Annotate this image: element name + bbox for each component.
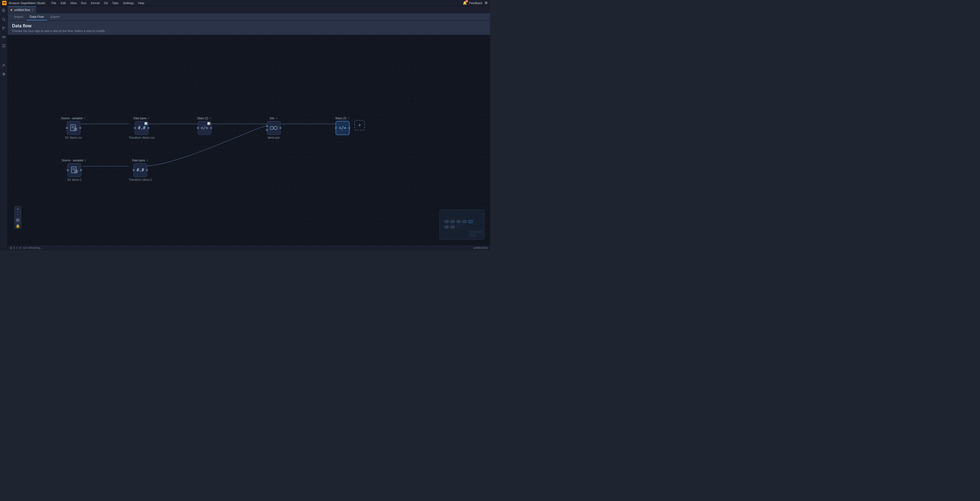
svg-rect-49	[440, 210, 485, 240]
node-join-box[interactable]	[267, 121, 280, 135]
svg-point-35	[270, 126, 274, 130]
connector-left-bot	[266, 129, 268, 131]
branch-icon: ⊞	[10, 247, 12, 250]
node-steps2-box[interactable]: 📊 </>	[198, 121, 212, 135]
svg-point-20	[3, 75, 4, 76]
status-left: ⊞ 0 1 ⚙ Git: refreshing...	[10, 247, 42, 250]
zoom-out-button[interactable]: −	[15, 212, 21, 218]
menu-kernel[interactable]: Kernel	[89, 1, 101, 5]
svg-point-7	[2, 29, 3, 30]
svg-point-19	[5, 74, 5, 75]
inner-tabs: Import Data Flow Export	[8, 13, 490, 21]
tab-close-button[interactable]: ×	[32, 8, 33, 12]
tab-data-flow[interactable]: Data Flow	[27, 13, 47, 21]
menu-run[interactable]: Run	[79, 1, 88, 5]
svg-rect-51	[450, 220, 455, 223]
svg-rect-44	[16, 219, 19, 221]
node-source2[interactable]: Source - sampled ✓ S	[62, 159, 87, 181]
node-datatypes1-check: ✓	[148, 116, 150, 120]
minimap[interactable]	[439, 210, 485, 240]
tab-filename: untitled.flow	[14, 8, 30, 11]
zoom-lock-button[interactable]: 🔒	[15, 223, 21, 228]
svg-point-6	[2, 27, 3, 28]
node-datatypes2-name: Transform: demo-2	[129, 178, 152, 181]
add-step-button[interactable]: +	[355, 120, 365, 130]
node-join[interactable]: Join ✓ demo-join	[267, 116, 280, 139]
connector-right	[348, 127, 350, 129]
sidebar-icons	[0, 6, 8, 250]
svg-point-17	[2, 74, 3, 75]
node-source1-name: S3: titanic.csv	[65, 136, 82, 139]
notification-bell[interactable]: 🔔 3	[463, 1, 467, 5]
svg-line-5	[5, 20, 5, 21]
sidebar-item-extensions[interactable]	[1, 34, 7, 40]
node-steps2-name	[204, 136, 205, 139]
node-source1-check: ✓	[83, 116, 86, 120]
connector-right	[210, 127, 212, 129]
connector-left	[197, 127, 199, 129]
sidebar-item-search[interactable]	[1, 16, 7, 22]
node-datatypes1-label: Data types ✓	[134, 116, 150, 120]
content-area: ◆ untitled.flow × Import Data Flow Expor…	[8, 6, 490, 250]
node-datatypes1-box[interactable]: 📊 #.#	[135, 121, 148, 135]
tab-export[interactable]: Export	[47, 13, 63, 21]
sidebar-item-people[interactable]	[1, 62, 7, 68]
zoom-fit-button[interactable]	[15, 218, 21, 223]
node-steps3-check: ✓	[348, 116, 350, 120]
app-title: Amazon SageMaker Studio	[9, 2, 45, 5]
settings-icon[interactable]: ⚙	[485, 1, 488, 5]
svg-point-18	[3, 73, 4, 73]
status-bar: ⊞ 0 1 ⚙ Git: refreshing... untitled.flow	[8, 245, 490, 250]
connector-right	[79, 127, 81, 129]
sidebar-item-files[interactable]	[1, 8, 7, 14]
menu-file[interactable]: File	[50, 1, 58, 5]
tab-import[interactable]: Import	[11, 13, 27, 21]
svg-point-36	[274, 126, 277, 130]
connector-right	[147, 127, 149, 129]
connector-left	[66, 127, 68, 129]
node-steps3-box[interactable]: </>	[336, 121, 350, 135]
node-source1[interactable]: Source - sampled ✓ S	[61, 116, 86, 139]
node-steps3-label: Steps (3) ✓	[335, 116, 350, 120]
sidebar-item-book[interactable]	[1, 43, 7, 49]
svg-rect-37	[72, 167, 76, 173]
node-datatypes1[interactable]: Data types ✓ 📊 #.# Transform: titanic.cs…	[129, 116, 155, 139]
menu-view[interactable]: View	[68, 1, 78, 5]
svg-rect-9	[2, 37, 3, 37]
flow-canvas[interactable]: Source - sampled ✓ S	[8, 35, 490, 245]
app-icon: SM	[2, 1, 6, 5]
menu-help[interactable]: Help	[137, 1, 146, 5]
svg-rect-52	[457, 220, 460, 223]
menu-edit[interactable]: Edit	[59, 1, 68, 5]
plus-icon: +	[358, 122, 361, 129]
chart-icon: 📊	[207, 122, 210, 125]
connector-right	[280, 127, 282, 129]
tab-untitled-flow[interactable]: ◆ untitled.flow ×	[8, 6, 37, 13]
node-datatypes2[interactable]: Data types ✓ #.# Transform: demo-2	[129, 159, 152, 181]
svg-rect-54	[469, 220, 473, 223]
svg-rect-55	[445, 226, 449, 228]
node-steps3[interactable]: Steps (3) ✓ </>	[335, 116, 350, 139]
node-datatypes2-box[interactable]: #.#	[134, 163, 147, 177]
tab-bar: ◆ untitled.flow ×	[8, 6, 490, 13]
svg-rect-56	[450, 226, 455, 228]
page-subtitle: Choose the plus sign to add a step to th…	[12, 29, 485, 33]
menu-git[interactable]: Git	[102, 1, 110, 5]
zoom-controls: + − 🔒	[14, 206, 21, 229]
node-source2-label: Source - sampled ✓	[62, 159, 87, 162]
sidebar-item-ml[interactable]	[1, 71, 7, 77]
sidebar-item-git[interactable]	[1, 25, 7, 31]
feedback-button[interactable]: Feedback	[469, 2, 482, 5]
menu-settings[interactable]: Settings	[121, 1, 135, 5]
node-source2-box[interactable]	[68, 163, 81, 177]
settings-status-icon: ⚙	[19, 247, 22, 250]
node-steps2-label: Steps (2) ✓	[197, 116, 212, 120]
node-steps2-check: ✓	[210, 116, 212, 120]
node-source1-box[interactable]	[67, 121, 80, 135]
node-datatypes2-label: Data types ✓	[132, 159, 149, 162]
node-datatypes1-name: Transform: titanic.csv	[129, 136, 155, 139]
zoom-in-button[interactable]: +	[15, 207, 21, 212]
node-steps2[interactable]: Steps (2) ✓ 📊 </>	[197, 116, 212, 139]
connector-right	[80, 169, 82, 171]
menu-tabs[interactable]: Tabs	[110, 1, 120, 5]
